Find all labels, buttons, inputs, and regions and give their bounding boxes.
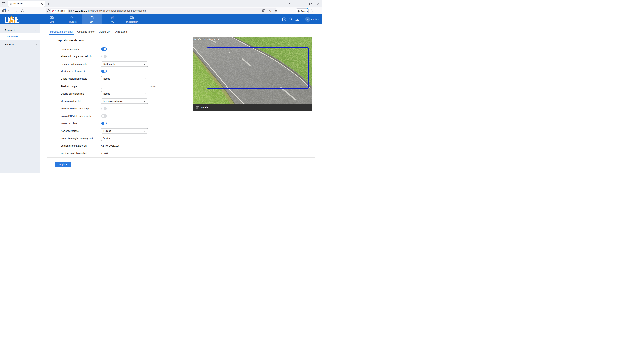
svg-text:DSE: DSE [4, 15, 20, 24]
svg-text:A: A [270, 10, 271, 12]
svg-text:AI: AI [112, 17, 114, 18]
svg-text:?: ? [284, 19, 285, 21]
